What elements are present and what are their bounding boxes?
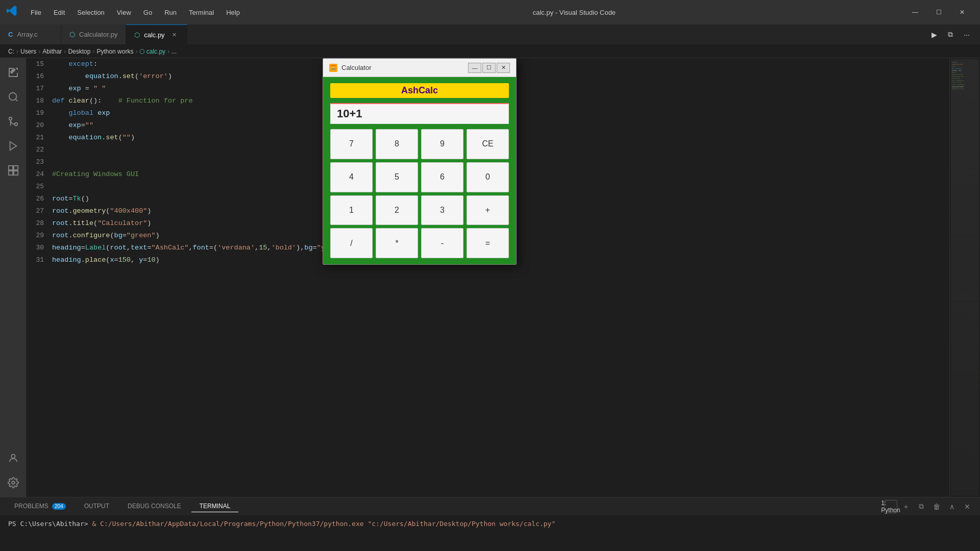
menu-file[interactable]: File bbox=[26, 7, 46, 18]
titlebar: File Edit Selection View Go Run Terminal… bbox=[0, 0, 980, 24]
calc-btn-divide[interactable]: / bbox=[330, 228, 373, 258]
calc-close-button[interactable]: ✕ bbox=[497, 63, 510, 73]
activity-account[interactable] bbox=[3, 448, 23, 468]
menu-edit[interactable]: Edit bbox=[48, 7, 70, 18]
split-terminal-button[interactable]: ⧉ bbox=[915, 500, 928, 513]
menu-go[interactable]: Go bbox=[138, 7, 157, 18]
calc-display: 10+1 bbox=[330, 103, 509, 124]
terminal-prompt: PS C:\Users\Abithar> bbox=[8, 520, 88, 528]
calc-btn-2[interactable]: 2 bbox=[376, 195, 418, 226]
activity-explorer[interactable] bbox=[3, 62, 23, 83]
calc-btn-5[interactable]: 5 bbox=[376, 162, 418, 192]
svg-point-3 bbox=[9, 117, 12, 120]
activity-search[interactable] bbox=[3, 87, 23, 107]
calculator-titlebar: 🧮 Calculator — ☐ ✕ bbox=[323, 59, 516, 77]
add-terminal-button[interactable]: + bbox=[899, 500, 913, 513]
problems-badge: 204 bbox=[52, 503, 66, 510]
menu-help[interactable]: Help bbox=[221, 7, 245, 18]
breadcrumb-part[interactable]: Python works bbox=[96, 48, 133, 55]
maximize-button[interactable]: ☐ bbox=[927, 4, 950, 20]
terminal-controls: 1: Python + ⧉ 🗑 ∧ ✕ bbox=[884, 500, 974, 513]
activity-debug[interactable] bbox=[3, 136, 23, 156]
breadcrumb-part[interactable]: Desktop bbox=[68, 48, 90, 55]
activity-bar bbox=[0, 58, 27, 497]
calc-heading: AshCalc bbox=[330, 83, 509, 98]
run-button[interactable]: ▶ bbox=[927, 28, 941, 42]
tab-label: Calculator.py bbox=[79, 31, 117, 38]
tab-array-c[interactable]: C Array.c bbox=[0, 24, 61, 44]
tab-output[interactable]: OUTPUT bbox=[76, 500, 117, 512]
svg-rect-8 bbox=[13, 171, 17, 175]
main-layout: 15 except: 16 equation.set('error') 17 e… bbox=[0, 58, 980, 497]
menu-terminal[interactable]: Terminal bbox=[184, 7, 219, 18]
calc-window-title: Calculator bbox=[341, 64, 468, 71]
calc-btn-0[interactable]: 0 bbox=[467, 162, 509, 192]
activity-extensions[interactable] bbox=[3, 160, 23, 181]
calc-btn-4[interactable]: 4 bbox=[330, 162, 373, 192]
calc-app-icon: 🧮 bbox=[329, 64, 337, 72]
terminal-command: & C:/Users/Abithar/AppData/Local/Program… bbox=[92, 520, 363, 528]
more-actions-button[interactable]: ··· bbox=[960, 28, 974, 42]
calc-btn-6[interactable]: 6 bbox=[421, 162, 463, 192]
activity-settings[interactable] bbox=[3, 472, 23, 493]
minimap-content: except: equation.set exp = " " def clear… bbox=[951, 59, 979, 496]
close-terminal-button[interactable]: ✕ bbox=[961, 500, 974, 513]
delete-terminal-button[interactable]: 🗑 bbox=[930, 500, 943, 513]
breadcrumb-part[interactable]: Users bbox=[20, 48, 36, 55]
tab-problems[interactable]: PROBLEMS 204 bbox=[6, 500, 74, 512]
calc-btn-8[interactable]: 8 bbox=[376, 129, 418, 159]
tab-debug-console[interactable]: DEBUG CONSOLE bbox=[119, 500, 189, 512]
calc-minimize-button[interactable]: — bbox=[468, 63, 481, 73]
breadcrumb-part[interactable]: ⬡ calc.py bbox=[139, 48, 165, 55]
minimize-button[interactable]: — bbox=[903, 4, 927, 20]
breadcrumb-part[interactable]: ... bbox=[172, 48, 177, 55]
editor-actions: ▶ ⧉ ··· bbox=[927, 24, 980, 44]
tab-calc-py[interactable]: ⬡ calc.py ✕ bbox=[126, 24, 187, 44]
vscode-logo bbox=[6, 5, 17, 19]
breadcrumb-part[interactable]: C: bbox=[8, 48, 14, 55]
menu-bar: File Edit Selection View Go Run Terminal… bbox=[26, 7, 245, 18]
terminal-line: PS C:\Users\Abithar> & C:/Users/Abithar/… bbox=[8, 520, 972, 528]
terminal-body[interactable]: PS C:\Users\Abithar> & C:/Users/Abithar/… bbox=[0, 516, 980, 551]
calc-btn-equals[interactable]: = bbox=[467, 228, 509, 258]
svg-line-1 bbox=[15, 99, 17, 101]
activity-source-control[interactable] bbox=[3, 111, 23, 132]
calc-btn-plus[interactable]: + bbox=[467, 195, 509, 226]
calc-btn-3[interactable]: 3 bbox=[421, 195, 463, 226]
tab-bar: C Array.c ⬡ Calculator.py ⬡ calc.py ✕ ▶ … bbox=[0, 24, 980, 45]
tab-lang-icon: C bbox=[8, 31, 13, 38]
tab-terminal[interactable]: TERMINAL bbox=[191, 500, 239, 512]
tab-calculator-py[interactable]: ⬡ Calculator.py bbox=[61, 24, 126, 44]
calc-btn-multiply[interactable]: * bbox=[376, 228, 418, 258]
svg-rect-7 bbox=[8, 171, 12, 175]
calculator-window: 🧮 Calculator — ☐ ✕ AshCalc 10+1 7 8 9 CE… bbox=[323, 58, 517, 265]
terminal-arg: "c:/Users/Abithar/Desktop/Python works/c… bbox=[368, 520, 555, 528]
calc-btn-ce[interactable]: CE bbox=[467, 129, 509, 159]
calc-btn-minus[interactable]: - bbox=[421, 228, 463, 258]
svg-rect-5 bbox=[8, 166, 12, 170]
tab-label: Array.c bbox=[17, 31, 37, 38]
breadcrumb-part[interactable]: Abithar bbox=[42, 48, 62, 55]
menu-view[interactable]: View bbox=[112, 7, 136, 18]
svg-point-2 bbox=[14, 123, 17, 126]
calc-btn-1[interactable]: 1 bbox=[330, 195, 373, 226]
calculator-body: AshCalc 10+1 7 8 9 CE 4 5 6 0 1 2 3 + / … bbox=[323, 77, 516, 264]
shell-selector[interactable]: 1: Python bbox=[884, 500, 897, 513]
menu-run[interactable]: Run bbox=[159, 7, 182, 18]
tab-label: calc.py bbox=[144, 31, 164, 39]
maximize-terminal-button[interactable]: ∧ bbox=[945, 500, 959, 513]
tab-lang-icon: ⬡ bbox=[134, 31, 140, 39]
svg-point-0 bbox=[9, 93, 16, 101]
calc-maximize-button[interactable]: ☐ bbox=[482, 63, 496, 73]
minimap[interactable]: except: equation.set exp = " " def clear… bbox=[949, 58, 980, 497]
menu-selection[interactable]: Selection bbox=[72, 7, 109, 18]
terminal-area: PROBLEMS 204 OUTPUT DEBUG CONSOLE TERMIN… bbox=[0, 497, 980, 551]
split-editor-button[interactable]: ⧉ bbox=[943, 28, 958, 42]
svg-point-9 bbox=[11, 455, 15, 458]
svg-point-10 bbox=[12, 481, 15, 484]
activity-bar-bottom bbox=[3, 448, 23, 497]
calc-btn-9[interactable]: 9 bbox=[421, 129, 463, 159]
close-button[interactable]: ✕ bbox=[950, 4, 974, 20]
tab-close-button[interactable]: ✕ bbox=[170, 31, 179, 39]
calc-btn-7[interactable]: 7 bbox=[330, 129, 373, 159]
